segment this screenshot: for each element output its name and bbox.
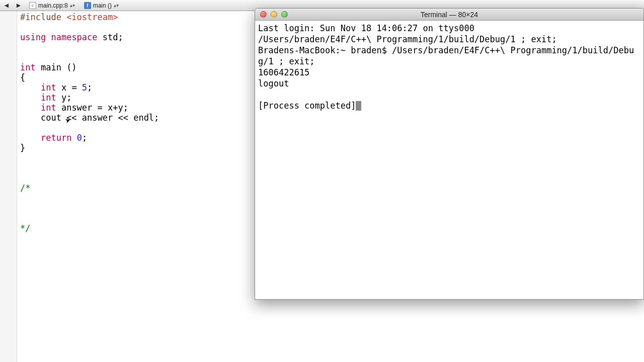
code-text: y; xyxy=(56,93,72,103)
cpp-file-icon: c xyxy=(29,2,36,9)
code-keyword: int xyxy=(41,103,56,113)
breadcrumb-updown-icon: ▴▾ xyxy=(70,3,75,8)
code-text: main () xyxy=(36,62,77,72)
code-text: ; xyxy=(82,133,87,143)
code-text: x = xyxy=(56,82,82,93)
nav-back-button[interactable]: ◀ xyxy=(2,1,11,10)
term-line: /Users/braden/E4F/C++\ Programming/1/bui… xyxy=(258,34,557,44)
code-include: <iostream> xyxy=(66,12,118,22)
editor-gutter xyxy=(0,11,17,362)
code-keyword: using xyxy=(20,32,46,42)
code-keyword: int xyxy=(20,62,36,72)
terminal-window: Terminal — 80×24 Last login: Sun Nov 18 … xyxy=(255,8,644,300)
terminal-cursor-icon xyxy=(356,101,361,111)
term-line: 1606422615 xyxy=(258,67,309,77)
terminal-title: Terminal — 80×24 xyxy=(255,11,643,19)
function-icon: f xyxy=(84,2,91,9)
breadcrumb-file-label: main.cpp:8 xyxy=(38,2,68,9)
code-text: } xyxy=(20,143,25,153)
code-text: cout << answer << endl; xyxy=(20,113,159,123)
code-text: { xyxy=(20,72,25,82)
code-keyword: return xyxy=(41,133,71,143)
code-number: 5 xyxy=(82,82,87,93)
code-editor[interactable]: #include <iostream> using namespace std;… xyxy=(20,12,257,233)
code-number: 0 xyxy=(77,133,82,143)
code-text: answer = x+y; xyxy=(56,103,128,113)
breadcrumb-file[interactable]: c main.cpp:8 ▴▾ xyxy=(26,2,78,9)
code-text: ; xyxy=(87,82,92,93)
terminal-output[interactable]: Last login: Sun Nov 18 14:06:27 on ttys0… xyxy=(255,21,643,114)
code-keyword: int xyxy=(41,82,56,93)
term-line: [Process completed] xyxy=(258,101,356,111)
breadcrumb-updown-icon: ▴▾ xyxy=(114,3,119,8)
breadcrumb-function[interactable]: f main () ▴▾ xyxy=(81,2,122,9)
code-keyword: namespace xyxy=(51,32,97,42)
code-keyword: int xyxy=(41,93,56,103)
code-comment-open: /* xyxy=(20,183,30,193)
code-preprocessor: #include xyxy=(20,12,66,22)
nav-forward-button[interactable]: ▶ xyxy=(14,1,23,10)
term-line: Bradens-MacBook:~ braden$ /Users/braden/… xyxy=(258,45,634,66)
terminal-titlebar[interactable]: Terminal — 80×24 xyxy=(255,9,643,21)
code-comment-close: */ xyxy=(20,223,30,233)
term-line: logout xyxy=(258,78,289,88)
term-line: Last login: Sun Nov 18 14:06:27 on ttys0… xyxy=(258,23,474,33)
breadcrumb-function-label: main () xyxy=(93,2,112,9)
code-text: std; xyxy=(98,32,123,42)
